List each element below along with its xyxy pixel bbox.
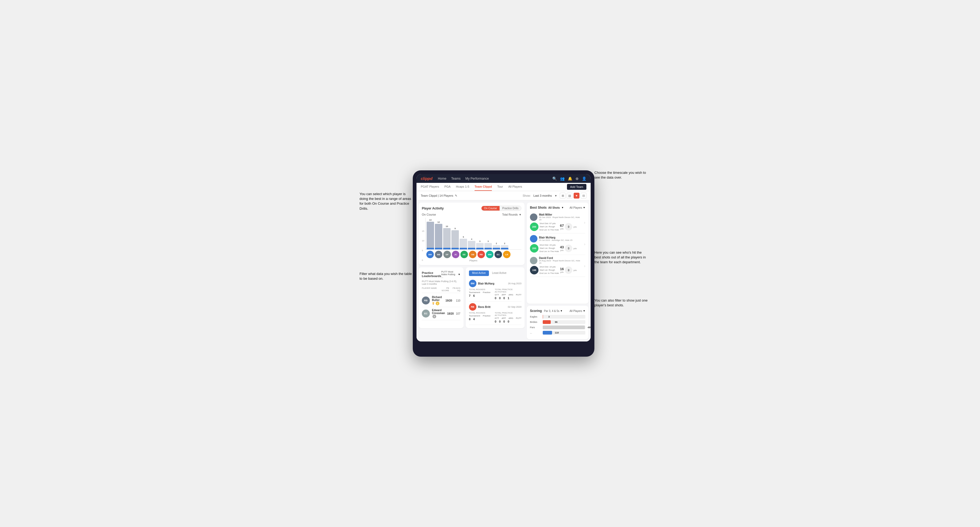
- shot-score-badge: 200: [530, 222, 538, 231]
- practice-sub-values: 0 0 0 1: [495, 297, 522, 300]
- bar-item: 3: [484, 240, 492, 249]
- tab-team-clippd[interactable]: Team Clippd: [474, 183, 492, 191]
- practice-activities-group: Total Practice Activities GTTAPPARGPUTT …: [495, 288, 522, 300]
- tab-pgat-players[interactable]: PGAT Players: [421, 183, 439, 191]
- chart-sub-header: On Course Total Rounds ▼: [422, 213, 522, 216]
- player-avatar: BB: [435, 251, 442, 258]
- table-view-icon[interactable]: ⊟: [581, 193, 586, 198]
- practice-title: Practice Leaderboards: [422, 271, 441, 278]
- rounds-values: 7 6: [469, 294, 490, 297]
- most-active-tab[interactable]: Most Active: [469, 270, 489, 276]
- shot-stats: 200 Shot Dist: 67 yds Start Lie: Rough E…: [530, 222, 582, 232]
- shot-chevron-icon[interactable]: ›: [584, 242, 585, 246]
- plus-icon[interactable]: ⊕: [576, 176, 579, 181]
- shot-score-badge: 198: [530, 266, 538, 275]
- tab-hcaps[interactable]: Hcaps 1-5: [456, 183, 469, 191]
- scoring-card: Scoring Par 3, 4 & 5s ▼ All Players ▼: [527, 306, 589, 339]
- total-rounds-label: Total Rounds: [469, 312, 490, 314]
- bar-item: 9: [451, 227, 459, 249]
- shot-item: David Ford 24 Aug 2023 · Royal North Dev…: [530, 255, 585, 277]
- bar-item: 2: [501, 242, 508, 249]
- tab-all-players[interactable]: All Players: [508, 183, 522, 191]
- nav-my-performance[interactable]: My Performance: [466, 177, 489, 181]
- bar-fill: [476, 243, 484, 249]
- bar-fill: [501, 245, 508, 249]
- nav-teams[interactable]: Teams: [451, 177, 460, 181]
- chevron-down-icon[interactable]: ▼: [554, 194, 557, 197]
- nav-items: Home Teams My Performance: [438, 177, 547, 181]
- scoring-par-dropdown[interactable]: Par 3, 4 & 5s ▼: [544, 310, 563, 313]
- shot-player-header: David Ford 24 Aug 2023 · Royal North Dev…: [530, 257, 582, 264]
- shot-chevron-icon[interactable]: ›: [584, 264, 585, 268]
- shot-player-name: Blair McHarg: [539, 236, 572, 239]
- tab-tour[interactable]: Tour: [497, 183, 503, 191]
- player-pb-score: 18/20: [447, 312, 454, 315]
- player-rank: 🏆 1: [432, 302, 444, 305]
- player-name: Richard Butler: [432, 296, 444, 302]
- total-rounds-label: Total Rounds: [469, 288, 490, 290]
- scoring-bar-fill: 499: [543, 325, 585, 329]
- shot-chevron-icon[interactable]: ›: [584, 221, 585, 225]
- on-course-toggle[interactable]: On Course: [482, 206, 500, 211]
- bar-fill: [435, 224, 442, 249]
- practice-dropdown[interactable]: PUTT Must Make Putting ... ▼: [441, 270, 460, 278]
- list-view-icon[interactable]: ▤: [567, 193, 573, 198]
- all-players-dropdown[interactable]: All Players ▼: [570, 206, 585, 209]
- shot-metric-1: 43 yds: [560, 245, 564, 252]
- app-logo: clippd: [421, 176, 433, 181]
- practice-activities-label: Total Practice Activities: [495, 312, 522, 316]
- shot-metric-2: 0: [565, 223, 572, 230]
- table-row: EC Edward Crossman 2 18/20 107: [422, 307, 460, 320]
- chevron-down-icon: ▼: [519, 213, 522, 216]
- scoring-bar-birdies: Birdies 96: [530, 320, 585, 324]
- practice-sub-labels: GTTAPPARGPUTT: [495, 317, 522, 319]
- best-shots-header: Best Shots All Shots ▼ All Players ▼: [530, 206, 585, 210]
- scoring-bar-value: 110: [555, 332, 559, 334]
- activity-tabs: Most Active Least Active: [469, 270, 522, 276]
- show-value[interactable]: Last 3 months: [533, 194, 552, 197]
- nav-home[interactable]: Home: [438, 177, 446, 181]
- chevron-down-icon: ▼: [560, 310, 563, 312]
- annotation-filter-shots: You can also filter to show just one pla…: [594, 298, 648, 308]
- player-info: Edward Crossman 2: [432, 309, 445, 318]
- practice-drills-toggle[interactable]: Practice Drills: [500, 206, 521, 211]
- bell-icon[interactable]: 🔔: [568, 176, 572, 181]
- users-icon[interactable]: 👥: [560, 176, 565, 181]
- chevron-down-icon: ▼: [583, 310, 585, 312]
- activity-avatar: BM: [469, 280, 476, 287]
- scoring-players-dropdown[interactable]: All Players ▼: [570, 310, 585, 313]
- col-player-name: PLAYER NAME: [422, 287, 438, 292]
- player-activity-header: Player Activity On Course Practice Drill…: [422, 206, 522, 211]
- activity-date: 26 Aug 2023: [508, 282, 522, 285]
- shot-player-name: Matt Miller: [539, 213, 582, 216]
- annotation-filter: Filter what data you wish the table to b…: [360, 271, 413, 281]
- activity-player-name: Rees Britt: [478, 306, 490, 308]
- total-rounds-dropdown[interactable]: Total Rounds ▼: [502, 213, 522, 216]
- bar-fill: [484, 243, 492, 249]
- rank-badge-2: 2: [433, 314, 436, 318]
- grid-view-icon[interactable]: ⊞: [560, 193, 566, 198]
- best-shots-title: Best Shots: [530, 206, 547, 210]
- chevron-down-icon[interactable]: ▼: [562, 206, 564, 209]
- search-icon[interactable]: 🔍: [552, 176, 557, 181]
- tab-pga[interactable]: PGA: [444, 183, 450, 191]
- shot-player-info: Blair McHarg 23 Jul 2023 · Ashridge GC, …: [539, 236, 572, 241]
- least-active-tab[interactable]: Least Active: [489, 270, 510, 276]
- chevron-down-icon: ▼: [458, 273, 460, 276]
- activity-stats: Total Rounds TournamentPractice 8 4: [469, 312, 522, 323]
- player-info: Richard Butler 🏆 1: [432, 296, 444, 305]
- bar-item: 10: [443, 225, 450, 249]
- bar-fill: [426, 222, 434, 249]
- all-shots-tab[interactable]: All Shots: [548, 206, 560, 209]
- best-shots-card: Best Shots All Shots ▼ All Players ▼: [527, 203, 589, 304]
- edit-icon[interactable]: ✎: [455, 194, 457, 197]
- profile-icon[interactable]: 👤: [582, 176, 586, 181]
- card-view-icon[interactable]: ♥: [574, 193, 579, 198]
- team-label: Team Clippd | 14 Players: [421, 194, 453, 197]
- scoring-title: Scoring: [530, 309, 542, 313]
- player-avatar: RB: [422, 297, 430, 305]
- tablet-screen: clippd Home Teams My Performance 🔍 👥 🔔 ⊕…: [417, 174, 591, 341]
- add-team-button[interactable]: Add Team: [567, 184, 586, 190]
- scoring-label-other: ...: [530, 332, 541, 334]
- shot-date-course: 09 Jun 2023 · Royal North Devon GC, Hole…: [539, 216, 582, 221]
